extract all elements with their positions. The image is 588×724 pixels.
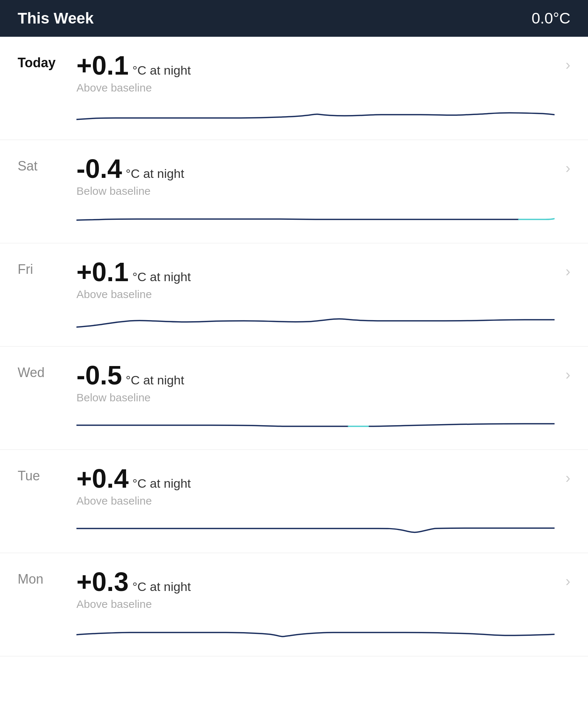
- day-content-wed: -0.5 °C at night Below baseline: [76, 362, 555, 438]
- temp-line-tue: +0.4 °C at night: [76, 465, 555, 492]
- temp-value-wed: -0.5: [76, 362, 122, 388]
- baseline-label-fri: Above baseline: [76, 288, 555, 301]
- temp-unit-sat: °C at night: [126, 166, 184, 181]
- temp-value-mon: +0.3: [76, 569, 129, 595]
- baseline-label-today: Above baseline: [76, 82, 555, 94]
- baseline-label-sat: Below baseline: [76, 185, 555, 197]
- temp-value-fri: +0.1: [76, 259, 129, 285]
- chevron-right-icon-fri[interactable]: ›: [566, 263, 570, 280]
- temp-line-mon: +0.3 °C at night: [76, 569, 555, 595]
- chart-tue: [76, 512, 555, 542]
- temp-unit-today: °C at night: [132, 63, 191, 78]
- chart-today: [76, 99, 555, 129]
- day-row-fri[interactable]: Fri +0.1 °C at night Above baseline ›: [0, 243, 588, 347]
- temp-line-today: +0.1 °C at night: [76, 52, 555, 79]
- day-label-mon: Mon: [18, 569, 76, 587]
- day-label-sat: Sat: [18, 155, 76, 174]
- chevron-right-icon-tue[interactable]: ›: [566, 470, 570, 486]
- temp-value-tue: +0.4: [76, 465, 129, 492]
- day-label-fri: Fri: [18, 259, 76, 277]
- chevron-right-icon-sat[interactable]: ›: [566, 160, 570, 176]
- chart-sat: [76, 202, 555, 232]
- chevron-right-icon-today[interactable]: ›: [566, 57, 570, 73]
- temp-value-today: +0.1: [76, 52, 129, 79]
- temp-line-fri: +0.1 °C at night: [76, 259, 555, 285]
- temp-unit-wed: °C at night: [126, 373, 184, 387]
- header-title: This Week: [18, 10, 94, 27]
- day-row-sat[interactable]: Sat -0.4 °C at night Below baseline ›: [0, 140, 588, 243]
- baseline-label-tue: Above baseline: [76, 495, 555, 507]
- day-content-today: +0.1 °C at night Above baseline: [76, 52, 555, 129]
- day-row-mon[interactable]: Mon +0.3 °C at night Above baseline ›: [0, 553, 588, 656]
- header: This Week 0.0°C: [0, 0, 588, 37]
- day-content-fri: +0.1 °C at night Above baseline: [76, 259, 555, 335]
- day-content-mon: +0.3 °C at night Above baseline: [76, 569, 555, 645]
- temp-line-wed: -0.5 °C at night: [76, 362, 555, 388]
- baseline-label-mon: Above baseline: [76, 598, 555, 610]
- day-row-tue[interactable]: Tue +0.4 °C at night Above baseline ›: [0, 450, 588, 553]
- chevron-right-icon-mon[interactable]: ›: [566, 573, 570, 589]
- temp-line-sat: -0.4 °C at night: [76, 155, 555, 182]
- chevron-right-icon-wed[interactable]: ›: [566, 366, 570, 383]
- day-label-wed: Wed: [18, 362, 76, 380]
- day-content-sat: -0.4 °C at night Below baseline: [76, 155, 555, 232]
- baseline-label-wed: Below baseline: [76, 391, 555, 404]
- chart-wed: [76, 409, 555, 438]
- temp-unit-fri: °C at night: [132, 270, 191, 284]
- temp-unit-mon: °C at night: [132, 580, 191, 594]
- temp-value-sat: -0.4: [76, 155, 122, 182]
- chart-fri: [76, 306, 555, 335]
- day-label-today: Today: [18, 52, 76, 71]
- day-row-wed[interactable]: Wed -0.5 °C at night Below baseline ›: [0, 347, 588, 450]
- day-label-tue: Tue: [18, 465, 76, 484]
- chart-mon: [76, 616, 555, 645]
- header-value: 0.0°C: [531, 10, 570, 27]
- days-list: Today +0.1 °C at night Above baseline › …: [0, 37, 588, 656]
- day-content-tue: +0.4 °C at night Above baseline: [76, 465, 555, 542]
- temp-unit-tue: °C at night: [132, 476, 191, 491]
- day-row-today[interactable]: Today +0.1 °C at night Above baseline ›: [0, 37, 588, 140]
